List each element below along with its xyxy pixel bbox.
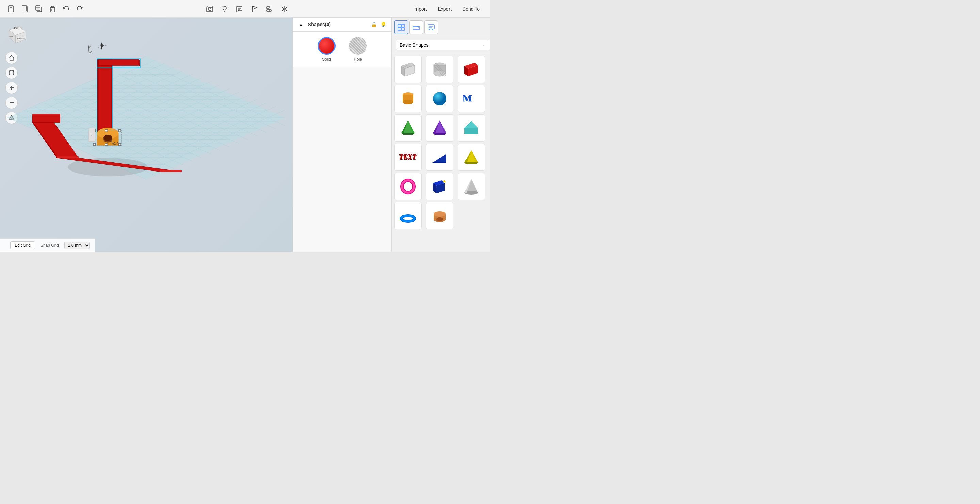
shape-box-solid[interactable] [458,56,485,83]
shape-pyramid-green[interactable] [395,114,422,142]
main-area: TOP LEFT FRONT [0,18,490,252]
sendto-button[interactable]: Send To [458,4,485,14]
svg-point-212 [436,218,443,221]
camera-button[interactable] [204,3,216,15]
hole-label: Hole [353,57,362,62]
svg-rect-4 [22,6,27,11]
shape-torus-pink[interactable] [395,173,422,200]
import-button[interactable]: Import [409,4,432,14]
flag-button[interactable] [248,3,261,15]
svg-text:TEXT: TEXT [399,153,417,161]
shape-wedge-blue[interactable] [426,144,453,171]
shape-pyramid-yellow[interactable] [458,144,485,171]
svg-rect-146 [401,27,404,30]
shape-3d-text[interactable]: TEXT TEXT [395,144,422,171]
shape-box-hole[interactable] [395,56,422,83]
shape-sphere[interactable] [426,85,453,112]
svg-point-199 [402,180,414,192]
svg-point-15 [208,8,211,11]
shape-box-blue-star[interactable]: ★ [426,173,453,200]
shape-torus2[interactable] [395,202,422,229]
mirror-button[interactable] [278,3,291,15]
svg-point-174 [402,100,414,105]
tab-grid[interactable] [395,21,408,34]
shapes-header-icons: 🔒 💡 [369,21,387,29]
svg-marker-118 [57,156,78,158]
svg-point-208 [401,216,415,221]
svg-line-20 [227,7,227,8]
shape-cylinder-hole[interactable] [426,56,453,83]
library-dropdown: Basic Shapes ⌄ [392,37,490,53]
svg-rect-8 [50,8,54,12]
library-select[interactable]: Basic Shapes [396,40,490,50]
svg-rect-137 [119,143,121,145]
bottom-bar: Edit Grid Snap Grid 1.0 mm 0.5 mm 2.0 mm [0,238,95,252]
svg-rect-139 [105,143,108,145]
svg-marker-119 [160,170,182,172]
svg-rect-143 [398,24,401,27]
svg-rect-135 [119,130,121,132]
svg-text:M: M [463,93,472,103]
toolbar-right: Import Export Send To [409,4,485,14]
svg-marker-192 [432,162,447,163]
collapse-panel-button[interactable]: › [89,128,95,142]
svg-point-132 [103,135,112,141]
svg-rect-26 [267,7,269,8]
tab-chat[interactable] [424,21,438,34]
snap-grid-label: Snap Grid [40,243,59,248]
new-button[interactable] [5,3,18,15]
undo-button[interactable] [60,3,72,15]
snap-grid-select[interactable]: 1.0 mm 0.5 mm 2.0 mm [64,242,90,249]
shapes-title: Shapes(4) [308,22,367,27]
shape-cylinder[interactable] [395,85,422,112]
tab-ruler[interactable] [409,21,423,34]
svg-marker-197 [465,162,478,164]
edit-grid-button[interactable]: Edit Grid [10,241,35,250]
copy-button[interactable] [19,3,31,15]
svg-text:★: ★ [442,179,447,184]
light-button[interactable] [218,3,231,15]
export-button[interactable]: Export [433,4,456,14]
svg-marker-193 [446,154,447,163]
solid-label: Solid [322,57,331,62]
solid-hole-row: Solid Hole [293,32,391,67]
shape-pyramid-purple[interactable] [426,114,453,142]
solid-option: Solid [318,37,336,62]
hole-option: Hole [349,37,367,62]
svg-rect-144 [401,24,404,27]
top-toolbar: Import Export Send To [0,0,490,18]
toolbar-left [5,3,86,15]
shapes-library: Basic Shapes ⌄ [391,18,490,252]
shapes-lock-button[interactable]: 🔒 [369,21,378,29]
shapes-header: ▲ Shapes(4) 🔒 💡 [293,18,391,32]
svg-marker-185 [433,133,447,135]
svg-rect-145 [398,27,401,30]
solid-circle[interactable] [318,37,336,55]
svg-point-211 [434,211,446,217]
shape-roof[interactable] [458,114,485,142]
shapes-light-button[interactable]: 💡 [379,21,387,29]
shape-cone[interactable] [458,173,485,200]
svg-point-16 [223,6,226,10]
delete-button[interactable] [46,3,59,15]
notes-button[interactable] [234,3,246,15]
svg-marker-142 [32,114,60,115]
shapes-grid: M M [392,53,490,252]
shape-thing2[interactable] [426,202,453,229]
shape-text[interactable]: M M [458,85,485,112]
svg-marker-181 [401,133,415,135]
svg-rect-136 [93,143,95,145]
svg-marker-141 [32,115,60,122]
hole-circle[interactable] [349,37,367,55]
viewport[interactable]: TOP LEFT FRONT [0,18,293,252]
redo-button[interactable] [73,3,86,15]
duplicate-button[interactable] [33,3,45,15]
svg-marker-187 [465,121,478,128]
align-button[interactable] [263,3,275,15]
svg-rect-27 [267,10,271,11]
svg-point-175 [433,92,447,105]
shapes-collapse-button[interactable]: ▲ [297,21,305,29]
svg-rect-138 [105,130,108,132]
svg-rect-153 [428,24,434,29]
svg-marker-124 [99,59,139,65]
